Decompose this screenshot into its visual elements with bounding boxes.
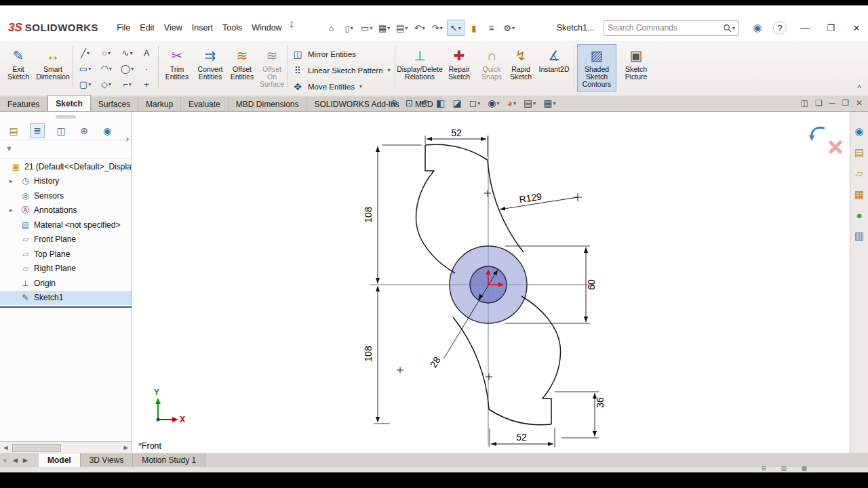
chevron-down-icon[interactable]: ▾: [405, 25, 408, 31]
mirror-entities-button[interactable]: ◫ Mirror Entities: [292, 46, 356, 62]
expand-arrow-icon[interactable]: ▸: [9, 178, 13, 184]
chevron-down-icon[interactable]: ▾: [130, 50, 132, 56]
tree-item-sensors[interactable]: ◎ Sensors: [0, 188, 132, 203]
print-button[interactable]: ▤▾: [394, 20, 410, 35]
chevron-down-icon[interactable]: ▾: [108, 50, 111, 56]
resources-icon[interactable]: ◉: [854, 125, 863, 138]
dim-top-width[interactable]: 52: [451, 127, 462, 138]
view-palette-icon[interactable]: ▦: [854, 188, 864, 201]
move-entities-button[interactable]: ✥ Move Entities ▾: [292, 79, 362, 94]
minimize-doc-icon[interactable]: ─: [829, 98, 835, 108]
undo-button[interactable]: ↶▾: [412, 20, 428, 35]
polygon-tool-button[interactable]: ◇▾: [96, 77, 117, 92]
view-orientation-button[interactable]: ▦▾: [543, 98, 555, 108]
rebuild-button[interactable]: ▮: [466, 20, 482, 35]
line-tool-button[interactable]: ╱▾: [75, 45, 96, 61]
dimxpertmanager-tab-icon[interactable]: ⊕: [77, 124, 91, 138]
spline-tool-button[interactable]: ∿▾: [117, 45, 138, 61]
scroll-right-icon[interactable]: ▶: [121, 443, 131, 452]
first-tab-icon[interactable]: «: [0, 454, 10, 466]
repair-sketch-button[interactable]: ✚ Repair Sketch: [442, 44, 476, 92]
home-button[interactable]: ⌂: [323, 20, 340, 35]
status-options-icon[interactable]: ▦: [801, 465, 807, 472]
menu-tools[interactable]: Tools: [218, 20, 247, 35]
new-document-button[interactable]: ▯▾: [341, 20, 357, 35]
chevron-down-icon[interactable]: ▾: [553, 100, 556, 106]
offset-entities-button[interactable]: ≋ Offset Entities: [226, 44, 258, 92]
dim-bottom-width[interactable]: 52: [516, 432, 527, 443]
chevron-down-icon[interactable]: ▾: [477, 100, 480, 106]
help-icon[interactable]: ?: [773, 21, 787, 35]
circle-tool-button[interactable]: ○▾: [96, 45, 117, 61]
menu-view[interactable]: View: [159, 20, 187, 35]
annotation-view-icon[interactable]: ◪: [452, 98, 461, 108]
dim-step-height[interactable]: 36: [595, 397, 606, 408]
status-sheet-icon[interactable]: ▥: [781, 465, 787, 472]
fillet-tool-button[interactable]: ⌐▾: [117, 77, 138, 92]
arc-tool-button[interactable]: ◠▾: [96, 61, 117, 77]
displaymanager-tab-icon[interactable]: ◉: [100, 124, 114, 138]
save-button[interactable]: ▦▾: [376, 20, 393, 35]
tree-item-origin[interactable]: ⊥ Origin: [0, 276, 132, 291]
propertymanager-tab-icon[interactable]: ≣: [30, 123, 45, 138]
featuremanager-tab-icon[interactable]: ▤: [7, 124, 20, 138]
chevron-down-icon[interactable]: ▾: [359, 83, 362, 89]
display-style-button[interactable]: ◻▾: [469, 98, 481, 108]
tab-motion-study-1[interactable]: Motion Study 1: [133, 453, 205, 467]
appearances-scenes-icon[interactable]: ●: [856, 209, 862, 221]
construction-geometry-button[interactable]: +: [140, 77, 153, 92]
restore-button[interactable]: ❐: [819, 19, 842, 37]
scroll-left-icon[interactable]: ◀: [1, 443, 11, 452]
text-tool-button[interactable]: A: [140, 45, 153, 61]
exit-sketch-button[interactable]: ✎ Exit Sketch: [4, 44, 33, 92]
tree-item-material[interactable]: ▤ Material <not specified>: [0, 218, 132, 232]
tab-evaluate[interactable]: Evaluate: [181, 97, 229, 111]
file-properties-button[interactable]: ≡: [484, 20, 500, 35]
tree-item-root[interactable]: ▣ 21 (Default<<Default>_Display...: [0, 159, 132, 174]
tree-item-top-plane[interactable]: ▱ Top Plane: [0, 247, 132, 262]
tab-model[interactable]: Model: [39, 453, 81, 467]
restore-doc-icon[interactable]: ❐: [842, 98, 849, 108]
minimize-button[interactable]: —: [793, 19, 816, 37]
section-view-icon[interactable]: ◧: [436, 98, 445, 108]
dim-upper-height[interactable]: 108: [363, 207, 374, 223]
dim-lower-height[interactable]: 108: [363, 346, 374, 362]
chevron-down-icon[interactable]: ▾: [88, 81, 91, 87]
options-button[interactable]: ⚙▾: [501, 20, 517, 35]
expand-arrow-icon[interactable]: ▸: [9, 207, 13, 214]
tab-markup[interactable]: Markup: [138, 97, 181, 111]
tab-surfaces[interactable]: Surfaces: [91, 97, 138, 111]
design-library-icon[interactable]: ▤: [854, 146, 864, 159]
ellipse-tool-button[interactable]: ◯▾: [117, 61, 138, 77]
custom-properties-icon[interactable]: ▥: [854, 230, 864, 242]
tree-item-front-plane[interactable]: ▱ Front Plane: [0, 232, 132, 247]
zoom-fit-icon[interactable]: ⊕: [390, 98, 398, 108]
chevron-down-icon[interactable]: ▾: [88, 66, 91, 72]
menu-insert[interactable]: Insert: [187, 20, 218, 35]
file-explorer-icon[interactable]: ▱: [855, 167, 863, 180]
menu-edit[interactable]: Edit: [135, 20, 159, 35]
cancel-sketch-icon[interactable]: [831, 142, 840, 152]
previous-view-icon[interactable]: ↶: [420, 98, 429, 108]
search-input[interactable]: Search Commands: [608, 23, 677, 33]
edit-appearance-button[interactable]: ◕▾: [507, 98, 516, 108]
accept-sketch-icon[interactable]: [812, 127, 825, 136]
rapid-sketch-button[interactable]: ↯ Rapid Sketch: [506, 44, 536, 92]
scrollbar-thumb[interactable]: [12, 444, 61, 452]
graphics-area[interactable]: 52 108 R129 60 108 28 36 52 Y: [132, 112, 850, 453]
chevron-down-icon[interactable]: ▾: [440, 25, 443, 31]
chevron-down-icon[interactable]: ▾: [129, 81, 132, 87]
point-tool-button[interactable]: ·: [140, 61, 153, 77]
chevron-down-icon[interactable]: ▾: [108, 81, 111, 87]
apply-scene-button[interactable]: ▤▾: [524, 98, 536, 108]
next-tab-icon[interactable]: ▶: [20, 454, 31, 466]
chevron-down-icon[interactable]: ▾: [109, 66, 112, 72]
display-delete-relations-button[interactable]: ⊥ Display/Delete Relations: [399, 44, 441, 92]
zoom-area-icon[interactable]: ⊡: [406, 98, 414, 108]
dim-inner-diameter[interactable]: 28: [428, 354, 443, 369]
tree-item-annotations[interactable]: ▸ Ⓐ Annotations: [0, 203, 132, 218]
tab-mbd-dimensions[interactable]: MBD Dimensions: [229, 97, 307, 111]
confirmation-corner[interactable]: [809, 127, 840, 152]
filter-icon[interactable]: ▼: [5, 144, 13, 152]
select-tool-button[interactable]: ↖▾: [447, 20, 465, 36]
